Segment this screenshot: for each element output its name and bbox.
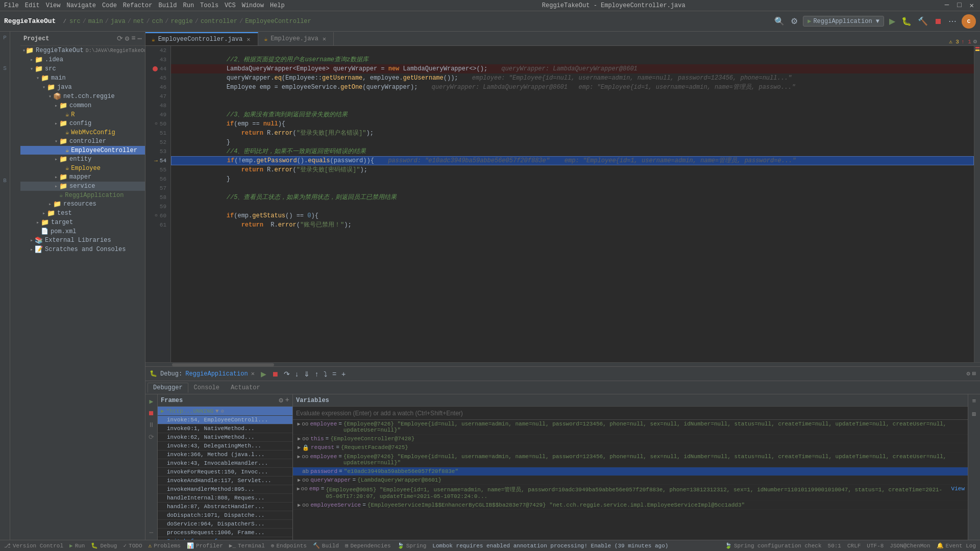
debug-side-btn2[interactable]: ⊞ (971, 409, 977, 419)
evaluate-button[interactable]: = (330, 369, 338, 379)
var-expand-icon[interactable]: ▶ (296, 477, 302, 483)
var-expand-icon[interactable] (296, 468, 302, 474)
tree-item-scratches[interactable]: 📝 Scratches and Consoles (20, 245, 145, 254)
var-item-employee1[interactable]: ▶ oo employee = {Employee@7426} "Employe… (293, 420, 968, 435)
user-avatar[interactable]: C (962, 14, 976, 29)
tree-item-reggieTakeOut[interactable]: 📁 ReggieTakeOut D:\JAVA\ReggieTakeOut (20, 46, 145, 55)
tree-item-net-cch-reggie[interactable]: 📦 net.cch.reggie (20, 92, 145, 101)
frame-item-13[interactable]: processRequest:1006, Frame... (158, 529, 292, 537)
menu-item-view[interactable]: View (46, 2, 61, 9)
debug-status[interactable]: 🐛 Debug (91, 542, 117, 549)
thread-dropdown[interactable]: ▼ (215, 408, 219, 414)
frame-item-7[interactable]: invokeAndHandle:117, Servlet... (158, 477, 292, 485)
frame-item-6[interactable]: invokeForRequest:150, Invoc... (158, 468, 292, 477)
menu-item-edit[interactable]: Edit (25, 2, 40, 9)
frame-item-10[interactable]: handle:87, AbstractHandler... (158, 503, 292, 511)
frame-item-1[interactable]: invoke0:1, NativeMethod... (158, 424, 292, 433)
tree-item-mapper[interactable]: 📁 mapper (20, 172, 145, 182)
tree-item-pom[interactable]: 📄 pom.xml (20, 227, 145, 236)
build-button[interactable]: 🔨 (917, 15, 929, 27)
actuator-tab[interactable]: Actuator (225, 383, 266, 393)
menu-item-file[interactable]: File (4, 2, 19, 9)
menu-item-build[interactable]: Build (158, 2, 177, 9)
force-step-into-button[interactable]: ⇓ (302, 369, 312, 379)
step-over-button[interactable]: ↷ (282, 369, 292, 379)
project-action-collapse[interactable]: ≡ (131, 34, 135, 43)
tree-item-common[interactable]: 📁 common (20, 101, 145, 110)
frame-item-5[interactable]: invoke:43, InvocableHandler... (158, 459, 292, 468)
warning-marker[interactable] (975, 49, 979, 51)
menu-item-vcs[interactable]: VCS (225, 2, 236, 9)
menu-item-code[interactable]: Code (102, 2, 117, 9)
var-item-queryWrapper[interactable]: ▶ oo queryWrapper = {LambdaQueryWrapper@… (293, 476, 968, 485)
fold-indicator2[interactable]: ○ (155, 211, 158, 220)
resume-button[interactable]: ▶ (259, 369, 268, 379)
frame-item-11[interactable]: doDispatch:1071, Dispatche... (158, 511, 292, 520)
frame-item-9[interactable]: handleInternal:808, Reques... (158, 494, 292, 503)
run-configuration[interactable]: ▶ ReggiApplication ▼ (803, 16, 884, 27)
tab-close-button2[interactable]: ✕ (322, 35, 327, 43)
tree-item-service[interactable]: 📁 service (20, 182, 145, 191)
run-to-cursor-button[interactable]: ⤵ (322, 369, 329, 379)
tab-employeecontroller[interactable]: ☕ EmployeeController.java ✕ (145, 32, 258, 45)
tree-item-controller[interactable]: 📁 controller (20, 137, 145, 146)
tree-item-idea[interactable]: 📁 .idea (20, 55, 145, 64)
search-everywhere-button[interactable]: 🔍 (773, 15, 786, 27)
frames-settings-icon[interactable]: ⚙ (279, 396, 283, 405)
breadcrumb-cch[interactable]: cch (152, 18, 163, 25)
line-ending-status[interactable]: CRLF (847, 542, 861, 549)
endpoints-status[interactable]: ⊕ Endpoints (271, 542, 307, 549)
menu-item-navigate[interactable]: Navigate (66, 2, 96, 9)
tree-item-resources[interactable]: 📁 resources (20, 199, 145, 209)
pause-side-button[interactable]: ⏸ (147, 420, 156, 430)
tree-item-external-libs[interactable]: 📚 External Libraries (20, 236, 145, 245)
stop-button[interactable]: ⏹ (933, 16, 943, 27)
frame-item-3[interactable]: invoke:43, DelegatingMeth... (158, 442, 292, 450)
tree-item-Employee[interactable]: ☕ Employee (20, 164, 145, 172)
menu-item-help[interactable]: Help (270, 2, 285, 9)
stop-side-button[interactable]: ⏹ (147, 409, 156, 418)
step-into-button[interactable]: ↓ (293, 369, 301, 379)
console-tab[interactable]: Console (188, 383, 225, 393)
project-action-settings[interactable]: ⚙ (125, 34, 129, 43)
stop-debug-button[interactable]: ⏹ (270, 369, 281, 379)
watch-button[interactable]: + (339, 369, 348, 379)
frame-item-2[interactable]: invoke:62, NativeMethod... (158, 433, 292, 442)
more-side-button[interactable]: ⋯ (149, 528, 155, 538)
problems-status[interactable]: ⚠ Problems (149, 542, 181, 549)
more-actions-button[interactable]: ⋯ (947, 15, 958, 27)
resume-side-button[interactable]: ▶ (149, 396, 155, 407)
breadcrumb-controller[interactable]: controller (201, 18, 237, 25)
debug-run-button[interactable]: 🐛 (900, 15, 913, 27)
step-out-button[interactable]: ↑ (313, 369, 321, 379)
breadcrumb-java[interactable]: java (111, 18, 126, 25)
debug-layout-icon[interactable]: ⊞ (972, 370, 976, 378)
menu-item-window[interactable]: Window (242, 2, 264, 9)
var-item-request[interactable]: ▶ 🔒 request = {RequestFacade@7425} (293, 443, 968, 453)
project-action-more[interactable]: ⋯ (138, 34, 142, 43)
tree-item-WebMvcConfig[interactable]: ☕ WebMvcConfig (20, 128, 145, 137)
frame-thread-running[interactable]: ▶ *http...UNNING ▼ ⊘ (158, 407, 292, 416)
spring-status[interactable]: 🍃 Spring (397, 542, 427, 549)
var-expand-icon[interactable]: ▶ (296, 444, 302, 450)
frame-item-0[interactable]: invoke:54, EmployeeControll... (158, 416, 292, 424)
var-expand-icon[interactable]: ▶ (296, 454, 302, 460)
tree-item-target[interactable]: 📁 target (20, 218, 145, 227)
tree-item-test[interactable]: 📁 test (20, 209, 145, 218)
var-expand-icon[interactable]: ▶ (296, 436, 302, 442)
emp-view-link[interactable]: View (951, 486, 965, 492)
horizontal-scrollbar[interactable] (145, 362, 980, 366)
close-button[interactable]: ✕ (968, 1, 976, 10)
settings-button[interactable]: ⚙ (790, 15, 799, 27)
run-button[interactable]: ▶ (888, 15, 896, 27)
breadcrumb-net[interactable]: net (133, 18, 144, 25)
editor-settings-icon[interactable]: ⚙ (973, 38, 977, 45)
tree-item-entity[interactable]: 📁 entity (20, 155, 145, 164)
frame-item-8[interactable]: invokeHandlerMethod:895... (158, 485, 292, 494)
scroll-thumb[interactable] (172, 363, 274, 366)
var-item-emp[interactable]: ▶ oo emp = {Employee@9085} "Employee{id=… (293, 485, 968, 501)
var-item-this[interactable]: ▶ oo this = {EmployeeController@7428} (293, 435, 968, 443)
reload-side-button[interactable]: ⟳ (148, 432, 155, 442)
debug-app-name[interactable]: ReggieApplication (185, 370, 248, 378)
tree-item-config[interactable]: 📁 config (20, 119, 145, 128)
